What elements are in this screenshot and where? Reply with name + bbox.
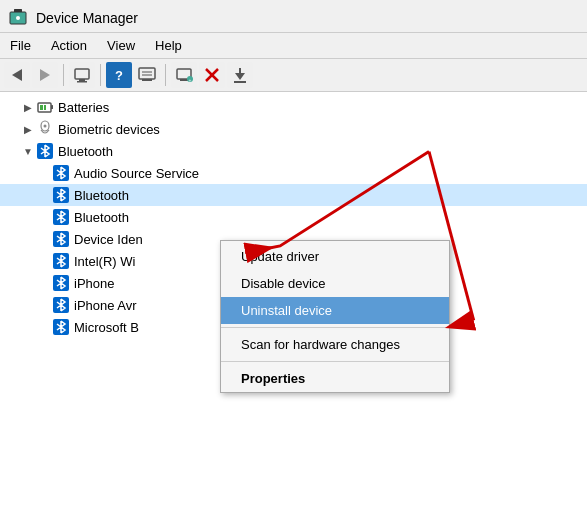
context-menu-disable-device[interactable]: Disable device xyxy=(221,270,449,297)
display-button[interactable] xyxy=(134,62,160,88)
context-menu: Update driver Disable device Uninstall d… xyxy=(220,240,450,393)
svg-marker-18 xyxy=(235,73,245,80)
svg-marker-3 xyxy=(12,69,22,81)
bluetooth-dev2-icon xyxy=(52,208,70,226)
svg-rect-1 xyxy=(14,9,22,12)
context-menu-properties-header[interactable]: Properties xyxy=(221,365,449,390)
intel-wifi-label: Intel(R) Wi xyxy=(74,254,135,269)
bluetooth-dev1-label: Bluetooth xyxy=(74,188,129,203)
biometric-icon xyxy=(36,120,54,138)
tree-item-bluetooth-dev2[interactable]: ▶ Bluetooth xyxy=(0,206,587,228)
remove-button[interactable] xyxy=(199,62,225,88)
svg-rect-8 xyxy=(139,68,155,79)
download-button[interactable] xyxy=(227,62,253,88)
toolbar-separator-2 xyxy=(100,64,101,86)
biometric-label: Biometric devices xyxy=(58,122,160,137)
svg-marker-4 xyxy=(40,69,50,81)
audio-source-icon xyxy=(52,164,70,182)
menu-action[interactable]: Action xyxy=(41,35,97,56)
toolbar-separator-3 xyxy=(165,64,166,86)
title-bar-text: Device Manager xyxy=(36,10,138,26)
toolbar: ? + xyxy=(0,59,587,92)
microsoft-b-icon xyxy=(52,318,70,336)
svg-rect-11 xyxy=(142,79,152,81)
back-button[interactable] xyxy=(4,62,30,88)
toolbar-separator-1 xyxy=(63,64,64,86)
tree-item-audio-source[interactable]: ▶ Audio Source Service xyxy=(0,162,587,184)
menu-file[interactable]: File xyxy=(0,35,41,56)
svg-rect-20 xyxy=(234,81,246,83)
tree-item-bluetooth-category[interactable]: ▼ Bluetooth xyxy=(0,140,587,162)
main-content: ▶ Batteries ▶ Biometric d xyxy=(0,92,587,505)
svg-rect-23 xyxy=(40,105,43,110)
svg-rect-22 xyxy=(51,105,53,109)
expand-biometric[interactable]: ▶ xyxy=(20,121,36,137)
intel-wifi-icon xyxy=(52,252,70,270)
context-menu-scan-hardware[interactable]: Scan for hardware changes xyxy=(221,331,449,358)
svg-rect-19 xyxy=(239,68,241,74)
bluetooth-dev1-icon xyxy=(52,186,70,204)
context-menu-update-driver[interactable]: Update driver xyxy=(221,243,449,270)
bluetooth-category-label: Bluetooth xyxy=(58,144,113,159)
iphone-avr-label: iPhone Avr xyxy=(74,298,137,313)
iphone-avr-icon xyxy=(52,296,70,314)
expand-bluetooth[interactable]: ▼ xyxy=(20,143,36,159)
svg-rect-13 xyxy=(180,79,188,81)
device-ident-label: Device Iden xyxy=(74,232,143,247)
expand-batteries[interactable]: ▶ xyxy=(20,99,36,115)
iphone-label: iPhone xyxy=(74,276,114,291)
monitor-button[interactable]: + xyxy=(171,62,197,88)
tree-item-batteries[interactable]: ▶ Batteries xyxy=(0,96,587,118)
svg-rect-24 xyxy=(44,105,46,110)
svg-rect-7 xyxy=(77,81,87,83)
context-menu-sep-1 xyxy=(221,327,449,328)
computer-button[interactable] xyxy=(69,62,95,88)
svg-point-26 xyxy=(44,125,47,128)
svg-rect-6 xyxy=(79,79,85,81)
context-menu-sep-2 xyxy=(221,361,449,362)
menu-help[interactable]: Help xyxy=(145,35,192,56)
iphone-icon xyxy=(52,274,70,292)
tree-item-biometric[interactable]: ▶ Biometric devices xyxy=(0,118,587,140)
bluetooth-dev2-label: Bluetooth xyxy=(74,210,129,225)
tree-item-bluetooth-dev1[interactable]: ▶ Bluetooth xyxy=(0,184,587,206)
batteries-label: Batteries xyxy=(58,100,109,115)
title-bar-icon xyxy=(8,8,28,28)
menu-bar: File Action View Help xyxy=(0,33,587,59)
menu-view[interactable]: View xyxy=(97,35,145,56)
batteries-icon xyxy=(36,98,54,116)
microsoft-b-label: Microsoft B xyxy=(74,320,139,335)
device-ident-icon xyxy=(52,230,70,248)
forward-button[interactable] xyxy=(32,62,58,88)
svg-point-2 xyxy=(16,16,20,20)
svg-text:+: + xyxy=(189,77,192,83)
bluetooth-category-icon xyxy=(36,142,54,160)
title-bar: Device Manager xyxy=(0,0,587,33)
context-menu-uninstall-device[interactable]: Uninstall device xyxy=(221,297,449,324)
svg-rect-5 xyxy=(75,69,89,79)
audio-source-label: Audio Source Service xyxy=(74,166,199,181)
help-button[interactable]: ? xyxy=(106,62,132,88)
